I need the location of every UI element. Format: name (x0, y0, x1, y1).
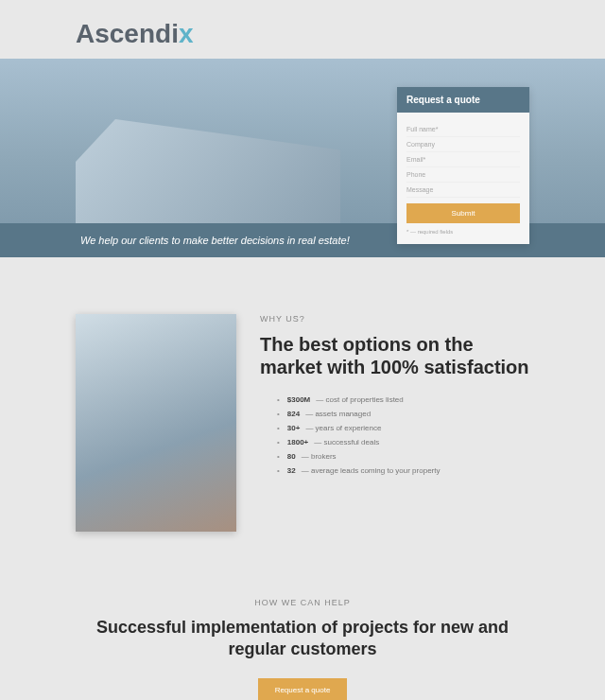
why-content: WHY US? The best options on the market w… (260, 314, 529, 532)
logo-text: Ascendi (76, 19, 179, 48)
request-quote-button[interactable]: Request a quote (258, 678, 348, 700)
hero-section: We help our clients to make better decis… (0, 59, 605, 257)
quote-title: Request a quote (397, 87, 529, 113)
why-title: The best options on the market with 100%… (260, 333, 529, 378)
quote-field-email[interactable]: Email* (406, 152, 520, 167)
stat-row: 80— brokers (277, 452, 529, 461)
stats-list: $300M— cost of properties listed 824— as… (260, 395, 529, 475)
logo-accent: x (179, 19, 194, 48)
quote-body: Full name* Company Email* Phone Message … (397, 113, 529, 244)
help-title: Successful implementation of projects fo… (76, 617, 529, 659)
required-note: * — required fields (406, 229, 520, 235)
hero-tagline: We help our clients to make better decis… (80, 235, 350, 246)
stat-row: 30+— years of experience (277, 424, 529, 432)
hero-building-image (76, 68, 340, 238)
quote-field-message[interactable]: Message (406, 183, 520, 198)
quote-card: Request a quote Full name* Company Email… (397, 87, 529, 244)
quote-field-fullname[interactable]: Full name* (406, 122, 520, 137)
help-label: HOW WE CAN HELP (76, 598, 529, 607)
help-section: HOW WE CAN HELP Successful implementatio… (0, 569, 605, 700)
why-building-image (76, 314, 236, 532)
stat-row: 824— assets managed (277, 410, 529, 418)
header: Ascendix (0, 0, 605, 59)
submit-button[interactable]: Submit (406, 203, 520, 223)
stat-row: 32— average leads coming to your propert… (277, 466, 529, 475)
why-section: WHY US? The best options on the market w… (0, 257, 605, 569)
stat-row: $300M— cost of properties listed (277, 395, 529, 404)
quote-field-phone[interactable]: Phone (406, 167, 520, 183)
stat-row: 1800+— successful deals (277, 438, 529, 446)
quote-field-company[interactable]: Company (406, 137, 520, 152)
why-label: WHY US? (260, 314, 529, 324)
logo: Ascendix (76, 19, 529, 49)
